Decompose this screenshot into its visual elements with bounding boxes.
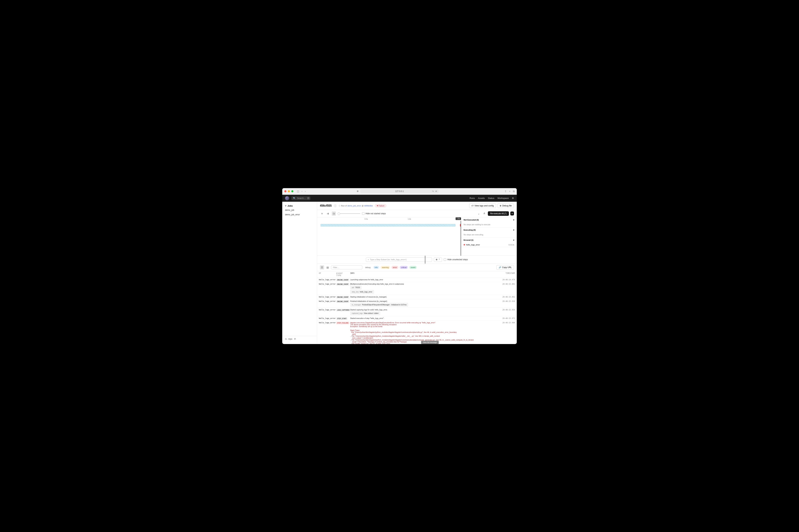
level-critical[interactable]: critical — [400, 266, 408, 269]
log-cell-info: Started execution of step "hello_logs_er… — [348, 316, 499, 321]
run-commit-link[interactable]: b898e0be — [364, 205, 373, 207]
log-header-ts: TIMESTAMP — [499, 271, 517, 278]
panel-executing-body: No steps are executing — [461, 232, 517, 238]
zoom-slider[interactable] — [338, 213, 360, 214]
tabs-icon[interactable]: ⧉ — [513, 190, 515, 193]
nav-status[interactable]: Status — [488, 197, 494, 200]
level-debug[interactable]: debug — [364, 266, 372, 269]
log-header-info: INFO — [348, 271, 499, 278]
info-icon[interactable]: i — [334, 204, 337, 207]
log-filter-input[interactable]: Filter… — [331, 265, 362, 269]
reload-repo-icon[interactable]: ⟳ — [294, 338, 296, 340]
view-waterfall-icon[interactable]: ⇉ — [326, 211, 330, 216]
log-cell-info: Started capturing logs for solid: hello_… — [348, 308, 499, 316]
view-tags-button[interactable]: 🏷View tags and config — [469, 204, 496, 208]
run-job-link[interactable]: demo_job_error — [347, 205, 361, 207]
log-cell-op: hello_logs_error — [317, 308, 335, 316]
settings-icon[interactable]: ⚙ — [512, 197, 514, 200]
hide-unselected-checkbox[interactable]: Hide unselected steps — [444, 258, 468, 261]
hide-not-started-checkbox[interactable]: Hide not started steps — [362, 212, 386, 215]
sidebar-item-demo-job-error[interactable]: demo_job_error — [282, 212, 317, 217]
reload-icon[interactable]: ⟳ — [435, 190, 437, 192]
log-cell-type: ENGINE_EVENT — [335, 278, 348, 282]
log-row[interactable]: hello_logs_errorENGINE_EVENTLaunching su… — [317, 278, 517, 282]
step-subset-row: ⌖ Type a Step Subset (ex: hello_logs_err… — [317, 256, 517, 264]
log-rows-container: hello_logs_errorENGINE_EVENTLaunching su… — [317, 278, 517, 344]
log-row[interactable]: hello_logs_errorENGINE_EVENT[Multiproces… — [317, 282, 517, 295]
panel-errored: Errored (1)▾ hello_logs_error 0.013s — [461, 238, 517, 247]
level-event[interactable]: event — [409, 266, 417, 269]
sidebar-footer[interactable]: 🗀 repo ⟳ — [282, 336, 317, 342]
shield-icon: ⛨ — [357, 190, 359, 192]
level-info[interactable]: info — [373, 266, 379, 269]
share-icon[interactable]: ⇪ — [505, 190, 507, 193]
layers-icon[interactable]: ≙ — [482, 211, 487, 216]
reader-icon[interactable]: ᴬA — [432, 190, 434, 192]
log-row[interactable]: hello_logs_errorSTEP_STARTStarted execut… — [317, 316, 517, 321]
log-cell-info: Launching subprocess for hello_logs_erro… — [348, 278, 499, 282]
close-window-button[interactable] — [284, 190, 286, 192]
minimize-window-button[interactable] — [288, 190, 290, 192]
nav-workspace[interactable]: Workspace — [497, 197, 509, 200]
level-warning[interactable]: warning — [381, 266, 390, 269]
reexecute-all-button[interactable]: Re-execute All (*) — [488, 211, 509, 216]
panel-executing-head[interactable]: Executing (0)▾ — [461, 228, 517, 232]
app-topnav: 🔍 Search… / Runs Assets Status Workspace… — [282, 195, 517, 202]
new-tab-icon[interactable]: + — [509, 190, 511, 193]
panel-errored-head[interactable]: Errored (1)▾ — [461, 238, 517, 243]
log-kv-box: pid79153 — [350, 286, 362, 289]
app-window: ◫ ‹ › ⛨ 127.0.0.1 ⟳ ᴬA ⇪ + ⧉ 🔍 Search… /… — [282, 188, 517, 344]
log-cell-info: Starting initialization of resources [io… — [348, 295, 499, 299]
log-row[interactable]: hello_logs_errorLOGS_CAPTUREDStarted cap… — [317, 308, 517, 316]
log-view-structured-icon[interactable]: ☰ — [320, 265, 324, 269]
log-row[interactable]: hello_logs_errorENGINE_EVENTStarting ini… — [317, 295, 517, 299]
panel-not-executed-head[interactable]: Not Executed (0)▾ — [461, 217, 517, 223]
chevron-down-icon: ▾ — [513, 229, 514, 231]
filter-icon[interactable]: ⌄ — [477, 211, 481, 216]
log-row[interactable]: hello_logs_errorENGINE_EVENTFinished ini… — [317, 299, 517, 308]
chevron-down-icon: ▾ — [513, 219, 514, 221]
gantt-bar-running[interactable] — [321, 224, 455, 226]
log-kv-box: step_keyhello_logs_error — [350, 290, 374, 294]
log-cell-info: [MultiprocessExecutor] Executing step he… — [348, 282, 499, 295]
dagster-logo[interactable] — [285, 196, 289, 200]
topnav-links: Runs Assets Status Workspace ⚙ — [470, 197, 514, 200]
nav-assets[interactable]: Assets — [478, 197, 485, 200]
content-area: ⑂ Jobs demo_job demo_job_error 🗀 repo ⟳ … — [282, 202, 517, 344]
reexecute-dropdown-button[interactable]: ▾ — [510, 211, 514, 215]
level-error[interactable]: error — [392, 266, 398, 269]
log-cell-ts: 20:48:15.916 — [499, 299, 517, 308]
nav-back-icon[interactable]: ‹ — [302, 190, 302, 193]
checkbox-icon — [362, 212, 364, 215]
panel-errored-item[interactable]: hello_logs_error 0.013s — [461, 243, 517, 247]
sidebar-toggle-icon[interactable]: ◫ — [297, 190, 299, 193]
log-cell-ts: 20:48:15.881 — [499, 282, 517, 295]
log-cell-ts: 20:48:15.984 — [499, 321, 517, 344]
gear-icon: ⚙ — [436, 259, 437, 261]
nav-forward-icon[interactable]: › — [305, 190, 306, 193]
log-cell-ts: 20:48:14.479 — [499, 278, 517, 282]
traffic-lights — [284, 190, 293, 192]
log-view-raw-icon[interactable]: ▤ — [325, 265, 330, 269]
sidebar-item-demo-job[interactable]: demo_job — [282, 208, 317, 212]
log-cell-op: hello_logs_error — [317, 299, 335, 308]
step-subset-options-button[interactable]: ⚙ ⌃ — [434, 258, 442, 262]
gantt-chart[interactable]: 0.5s 1.0s 1.6s — [317, 217, 461, 255]
log-row[interactable]: hello_logs_errorSTEP_FAILUREdagster.core… — [317, 321, 517, 344]
view-full-message-button[interactable]: View full message — [421, 341, 439, 344]
tag-icon: 🏷 — [472, 205, 474, 207]
debug-file-button[interactable]: ⊕Debug file — [497, 204, 514, 208]
log-kv-box: captured_logsView stdout / stderr — [350, 311, 380, 315]
log-cell-info: Finished initialization of resources [io… — [348, 299, 499, 308]
browser-url-bar[interactable]: ⛨ 127.0.0.1 ⟳ ᴬA — [360, 189, 439, 193]
view-flat-icon[interactable]: ≡ — [320, 211, 324, 216]
copy-url-button[interactable]: 🔗Copy URL — [496, 265, 514, 270]
nav-runs[interactable]: Runs — [470, 197, 475, 200]
checkbox-icon — [444, 258, 446, 261]
step-subset-input[interactable]: ⌖ Type a Step Subset (ex: hello_logs_err… — [366, 258, 432, 262]
log-cell-type: ENGINE_EVENT — [335, 299, 348, 308]
maximize-window-button[interactable] — [291, 190, 293, 192]
global-search[interactable]: 🔍 Search… / — [291, 196, 310, 200]
view-timed-icon[interactable]: ◷ — [332, 211, 336, 216]
gantt-toolbar: ≡ ⇉ ◷ Hide not started steps ⌄ ≙ Re-exec… — [317, 210, 517, 217]
